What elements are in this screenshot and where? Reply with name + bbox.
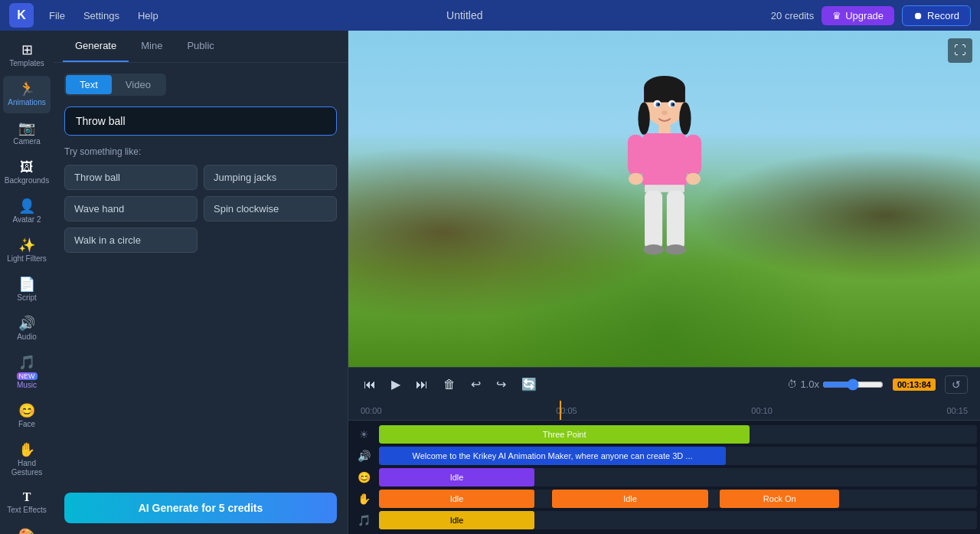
sidebar-item-animations[interactable]: 🏃 Animations: [3, 76, 51, 113]
track-row-music: 🎵 Idle: [348, 509, 980, 531]
timeline: 00:00 00:05 00:10 00:15 ☀ Three Point: [348, 401, 980, 534]
track-block-rock-on[interactable]: Rock On: [720, 490, 839, 508]
ruler-marks: 00:00 00:05 00:10 00:15: [361, 406, 968, 415]
track-block-three-point[interactable]: Three Point: [379, 425, 750, 444]
sidebar-label-text-effects: Text Effects: [7, 506, 47, 515]
track-block-idle-hand-2[interactable]: Idle: [552, 490, 707, 508]
music-badge: NEW: [17, 372, 38, 380]
speed-value: 1.0x: [800, 378, 819, 390]
sidebar-item-text-effects[interactable]: T Text Effects: [3, 485, 51, 521]
playback-controls: ⏮ ▶ ⏭ 🗑 ↩ ↪ 🔄 ⏱ 1.0x 00:13:84 ↺: [348, 367, 980, 401]
track-area-music[interactable]: Idle: [379, 511, 977, 529]
track-block-idle-hand-1[interactable]: Idle: [379, 490, 534, 508]
svg-point-10: [672, 103, 675, 106]
nav-help[interactable]: Help: [138, 10, 158, 21]
record-icon: ⏺: [913, 10, 923, 21]
credits-display: 20 credits: [771, 10, 814, 21]
sidebar-item-audio[interactable]: 🔊 Audio: [3, 310, 51, 348]
panel-tabs: Generate Mine Public: [54, 31, 348, 63]
sidebar-label-audio: Audio: [17, 333, 37, 342]
sidebar-item-face[interactable]: 😊 Face: [3, 398, 51, 435]
skip-end-button[interactable]: ⏭: [413, 375, 431, 395]
sidebar-item-color-filters[interactable]: 🎨 Color Filters: [3, 523, 51, 534]
track-area-face[interactable]: Idle: [379, 468, 977, 486]
track-block-idle-face[interactable]: Idle: [379, 468, 534, 486]
nav-actions: 20 credits ♛ Upgrade ⏺ Record: [771, 5, 971, 26]
speed-control: ⏱ 1.0x: [787, 378, 884, 391]
sidebar-item-templates[interactable]: ⊞ Templates: [3, 37, 51, 74]
sidebar-label-avatar2: Avatar 2: [12, 215, 41, 224]
sidebar-label-templates: Templates: [9, 59, 44, 68]
undo-button[interactable]: ↩: [468, 374, 484, 395]
svg-point-11: [662, 110, 668, 115]
text-video-toggle: Text Video: [64, 74, 166, 96]
sidebar-label-camera: Camera: [13, 137, 41, 146]
svg-point-9: [657, 103, 659, 106]
tab-generate[interactable]: Generate: [63, 31, 129, 62]
timeline-tracks: ☀ Three Point 🔊 Welcome to the Krikey AI…: [348, 421, 980, 534]
sidebar-item-backgrounds[interactable]: 🖼 Backgrounds: [3, 154, 51, 192]
sidebar-item-hand-gestures[interactable]: ✋ Hand Gestures: [3, 437, 51, 483]
track-icon-face: 😊: [348, 471, 379, 483]
playhead[interactable]: [560, 401, 561, 420]
track-icon-music: 🎵: [348, 514, 379, 526]
main-layout: ⊞ Templates 🏃 Animations 📷 Camera 🖼 Back…: [0, 31, 980, 534]
sidebar-item-music[interactable]: 🎵 NEW Music: [3, 349, 51, 396]
svg-rect-15: [684, 135, 701, 175]
sidebar-item-avatar2[interactable]: 👤 Avatar 2: [3, 193, 51, 231]
track-block-idle-music[interactable]: Idle: [379, 511, 534, 529]
track-icon-audio: 🔊: [348, 450, 379, 462]
track-block-welcome[interactable]: Welcome to the Krikey AI Animation Maker…: [379, 447, 726, 465]
suggestion-throw-ball[interactable]: Throw ball: [64, 165, 198, 190]
hand-gestures-icon: ✋: [18, 443, 35, 457]
project-title: Untitled: [174, 9, 756, 21]
skip-start-button[interactable]: ⏮: [361, 375, 379, 395]
suggestion-walk-circle[interactable]: Walk in a circle: [64, 228, 198, 253]
tab-mine[interactable]: Mine: [129, 31, 175, 62]
record-button[interactable]: ⏺ Record: [902, 5, 971, 26]
track-area-hand[interactable]: Idle Idle Rock On: [379, 490, 977, 508]
suggestion-jumping-jacks[interactable]: Jumping jacks: [204, 165, 337, 190]
svg-point-16: [628, 173, 642, 185]
app-logo: K: [9, 3, 34, 28]
reset-button[interactable]: ↺: [945, 375, 968, 394]
music-icon: 🎵: [18, 355, 35, 369]
fullscreen-button[interactable]: ⛶: [948, 38, 972, 63]
generate-button[interactable]: AI Generate for 5 credits: [64, 493, 337, 523]
tab-public[interactable]: Public: [175, 31, 226, 62]
ruler-mark-2: 00:10: [751, 406, 773, 415]
upgrade-button[interactable]: ♛ Upgrade: [822, 6, 894, 25]
backgrounds-icon: 🖼: [20, 160, 34, 174]
suggestions-grid: Throw ball Jumping jacks Wave hand Spin …: [64, 165, 337, 253]
track-row-light: ☀ Three Point: [348, 424, 980, 445]
svg-rect-2: [644, 88, 685, 103]
track-row-hand: ✋ Idle Idle Rock On: [348, 488, 980, 509]
animation-search-input[interactable]: [64, 106, 337, 136]
play-button[interactable]: ▶: [388, 374, 403, 395]
svg-rect-12: [658, 125, 670, 135]
suggestion-wave-hand[interactable]: Wave hand: [64, 196, 198, 221]
loop-button[interactable]: 🔄: [518, 374, 540, 395]
scene-background: ⛶: [348, 31, 980, 367]
track-area-light[interactable]: Three Point: [379, 425, 977, 444]
sidebar-item-light-filters[interactable]: ✨ Light Filters: [3, 232, 51, 270]
toggle-text[interactable]: Text: [66, 75, 112, 94]
sidebar-item-script[interactable]: 📄 Script: [3, 271, 51, 309]
nav-file[interactable]: File: [49, 10, 65, 21]
track-icon-hand: ✋: [348, 493, 379, 505]
track-area-audio[interactable]: Welcome to the Krikey AI Animation Maker…: [379, 447, 977, 465]
sidebar-item-camera[interactable]: 📷 Camera: [3, 115, 51, 152]
speed-slider[interactable]: [822, 378, 884, 391]
current-time-display: 00:13:84: [893, 378, 936, 391]
camera-icon: 📷: [18, 121, 35, 135]
sidebar-label-face: Face: [18, 420, 35, 429]
suggestion-spin-clockwise[interactable]: Spin clockwise: [204, 196, 337, 221]
text-effects-icon: T: [23, 491, 31, 503]
svg-rect-14: [627, 135, 643, 175]
nav-settings[interactable]: Settings: [83, 10, 119, 21]
redo-button[interactable]: ↪: [493, 374, 509, 395]
delete-button[interactable]: 🗑: [440, 375, 459, 395]
toggle-video[interactable]: Video: [112, 75, 165, 94]
audio-icon: 🔊: [18, 316, 35, 330]
sidebar: ⊞ Templates 🏃 Animations 📷 Camera 🖼 Back…: [0, 31, 54, 534]
